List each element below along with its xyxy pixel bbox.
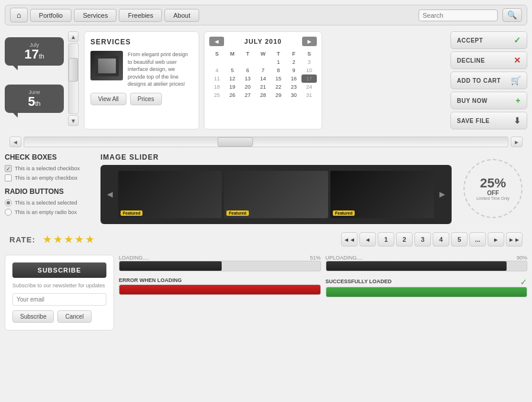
nav-home-button[interactable]: ⌂ [10,8,28,22]
page-last-button[interactable]: ►► [506,232,523,247]
nav-about-button[interactable]: About [164,9,199,22]
subscribe-button[interactable]: Subscribe [12,310,54,323]
prices-button[interactable]: Prices [130,93,162,105]
cal-cell[interactable]: 15 [271,74,286,83]
buy-now-button[interactable]: BUY NOW + [450,92,527,109]
cal-next-button[interactable]: ► [302,37,317,46]
vert-scroll-down[interactable]: ▼ [68,115,79,126]
subscribe-main-button[interactable]: SUBSCRIBE [12,262,106,278]
page-5-button[interactable]: 5 [451,232,468,247]
discount-off: OFF [487,190,499,196]
cal-cell[interactable]: 21 [255,83,271,91]
cal-cell[interactable]: 1 [271,58,286,66]
page-next-button[interactable]: ► [488,232,504,247]
uploading-label: UPLOADING.... [326,255,363,261]
scroll-track[interactable] [24,137,508,147]
cal-cell[interactable]: 11 [209,74,225,83]
radio-2[interactable] [5,209,12,216]
checkbox-2[interactable] [5,174,12,181]
cal-cell[interactable] [209,58,225,66]
page-2-button[interactable]: 2 [396,232,413,247]
scroll-right-button[interactable]: ► [511,137,523,147]
accept-button[interactable]: ACCEPT ✓ [450,31,527,49]
cal-cell[interactable]: 18 [209,83,225,91]
scroll-thumb[interactable] [218,137,253,147]
vert-scroll-thumb[interactable] [69,58,78,82]
cal-cell[interactable]: 29 [271,91,286,99]
loading-header: LOADING.... 51% [119,255,321,261]
row1: July 17th June 5th ▲ ▼ [5,31,527,129]
vert-scroll-up[interactable]: ▲ [68,31,79,42]
add-to-cart-button[interactable]: ADD TO CART 🛒 [450,72,527,89]
cal-cell[interactable]: 25 [209,91,225,99]
bottom-row: SUBSCRIBE Subscribe to our newsletter fo… [5,255,527,330]
cal-cell[interactable]: 8 [271,66,286,74]
vert-scroll-track[interactable] [68,43,79,114]
page-first-button[interactable]: ◄◄ [341,232,358,247]
cal-cell[interactable]: 26 [225,91,240,99]
star-4[interactable]: ★ [74,233,84,246]
checkboxes-title: CHECK BOXES [5,153,93,161]
radio-1[interactable] [5,199,12,206]
search-input[interactable] [423,12,494,19]
cal-cell[interactable]: 2 [286,58,301,66]
nav-portfolio-button[interactable]: Portfolio [30,9,72,22]
cal-cell-today[interactable]: 17 [301,74,317,83]
slider-next-button[interactable]: ► [437,189,447,200]
star-3[interactable]: ★ [64,233,73,246]
cal-cell[interactable]: 6 [240,66,255,74]
cal-cell[interactable]: 23 [286,83,301,91]
cancel-button[interactable]: Cancel [57,310,91,323]
page-prev-button[interactable]: ◄ [359,232,376,247]
cal-cell[interactable] [255,58,271,66]
radio-item-1[interactable]: This is a selected selected [5,199,93,206]
cal-cell[interactable]: 19 [225,83,240,91]
cal-cell[interactable]: 24 [301,83,317,91]
checkbox-item-1[interactable]: ✓ This is a selected checkbox [5,165,93,172]
cal-cell[interactable]: 7 [255,66,271,74]
cal-cell[interactable]: 31 [301,91,317,99]
cal-cell[interactable]: 13 [240,74,255,83]
cal-cell[interactable]: 10 [301,66,317,74]
search-button[interactable]: 🔍 [502,8,522,22]
cal-cell[interactable]: 9 [286,66,301,74]
page-1-button[interactable]: 1 [378,232,394,247]
cal-cell[interactable]: 20 [240,83,255,91]
cal-cell[interactable]: 4 [209,66,225,74]
decline-button[interactable]: DECLINE ✕ [450,51,527,69]
page-4-button[interactable]: 4 [433,232,449,247]
cal-cell[interactable]: 30 [286,91,301,99]
star-1[interactable]: ★ [43,233,52,246]
loading-track [119,261,321,271]
nav-services-button[interactable]: Services [74,9,116,22]
page-ellipsis-button[interactable]: ... [469,232,486,247]
cal-cell[interactable]: 16 [286,74,301,83]
star-5[interactable]: ★ [85,233,95,246]
cal-cell[interactable]: 22 [271,83,286,91]
save-file-button[interactable]: SAVE FILE ⬇ [450,112,527,129]
download-icon: ⬇ [514,116,521,125]
cal-cell[interactable] [240,58,255,66]
buy-now-label: BUY NOW [457,98,488,104]
cal-cell[interactable]: 27 [240,91,255,99]
cal-prev-button[interactable]: ◄ [209,37,224,46]
cal-cell[interactable]: 12 [225,74,240,83]
slider-prev-button[interactable]: ◄ [105,189,115,200]
scroll-left-button[interactable]: ◄ [9,137,21,147]
calendar-week-1: 1 2 3 [209,58,317,66]
cal-cell[interactable]: 5 [225,66,240,74]
view-all-button[interactable]: View All [90,93,126,105]
checkbox-item-2[interactable]: This is an empty checkbox [5,174,93,181]
star-rating[interactable]: ★ ★ ★ ★ ★ [43,233,95,246]
subscribe-action-buttons: Subscribe Cancel [12,310,106,323]
cal-cell[interactable]: 3 [301,58,317,66]
star-2[interactable]: ★ [53,233,63,246]
radio-item-2[interactable]: This is an empty radio box [5,209,93,216]
checkbox-1[interactable]: ✓ [5,165,12,172]
nav-freebies-button[interactable]: Freebies [119,9,162,22]
cal-cell[interactable] [225,58,240,66]
page-3-button[interactable]: 3 [414,232,431,247]
email-input[interactable] [12,293,106,306]
cal-cell[interactable]: 28 [255,91,271,99]
cal-cell[interactable]: 14 [255,74,271,83]
